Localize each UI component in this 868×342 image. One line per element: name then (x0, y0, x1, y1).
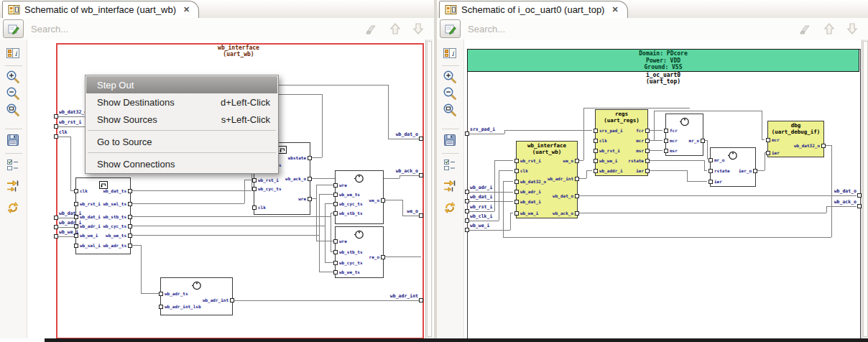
pin[interactable] (74, 202, 78, 206)
search-input[interactable] (463, 23, 795, 35)
pin[interactable] (645, 129, 650, 133)
port-wb_we_i[interactable]: wb_we_i (59, 229, 78, 235)
port-pin[interactable] (465, 199, 469, 203)
pin[interactable] (128, 189, 132, 193)
port-srx_pad_i[interactable]: srx_pad_i (470, 126, 495, 132)
pin[interactable] (514, 169, 519, 173)
pin[interactable] (128, 234, 132, 238)
port-wb_we_i[interactable]: wb_we_i (470, 223, 489, 228)
port-wb_ack_o[interactable]: wb_ack_o (359, 168, 418, 174)
pin[interactable] (645, 169, 650, 173)
menu-item-show-destinations[interactable]: Show Destinations d+Left-Click (86, 93, 277, 111)
save-icon[interactable] (443, 133, 458, 149)
port-pin[interactable] (54, 225, 58, 229)
pin[interactable] (575, 194, 579, 198)
pin[interactable] (381, 255, 385, 259)
pin[interactable] (333, 193, 338, 197)
pin[interactable] (252, 178, 257, 182)
port-pin[interactable] (419, 298, 423, 302)
pin[interactable] (708, 180, 713, 184)
zoom-in-icon[interactable] (6, 70, 22, 86)
pin[interactable] (594, 149, 598, 153)
trace-driver-icon[interactable] (443, 179, 458, 195)
close-icon[interactable]: ✕ (611, 5, 618, 14)
pin[interactable] (333, 211, 338, 216)
pin[interactable] (128, 215, 132, 219)
port-wb_rst_i[interactable]: wb_rst_i (470, 204, 492, 210)
port-wb_rst_i[interactable]: wb_rst_i (59, 119, 81, 125)
pin[interactable] (701, 139, 705, 143)
schematic-canvas[interactable]: Domain: PDcorePower: VDDGround: VSSi_oc_… (464, 40, 862, 338)
pin[interactable] (514, 190, 519, 194)
port-wb_adr_i[interactable]: wb_adr_i (59, 220, 81, 226)
zoom-in-icon[interactable] (443, 70, 458, 86)
pin[interactable] (514, 159, 519, 163)
filter-options-icon[interactable] (6, 157, 22, 173)
pin[interactable] (766, 151, 770, 155)
eraser-icon[interactable] (365, 23, 378, 34)
filter-options-icon[interactable] (443, 157, 458, 173)
pin[interactable] (333, 270, 338, 274)
find-previous-icon[interactable] (389, 22, 401, 35)
tab-schematic-wb-interface[interactable]: Schematic of wb_interface (uart_wb) ✕ (2, 1, 199, 18)
pin[interactable] (333, 183, 338, 188)
pin[interactable] (308, 197, 312, 201)
pin[interactable] (159, 292, 163, 296)
pin[interactable] (333, 250, 338, 254)
pin[interactable] (333, 202, 338, 206)
ier-logic-block[interactable]: mr_orstateierier_o (710, 147, 756, 187)
port-pin[interactable] (465, 228, 469, 232)
re-logic-block[interactable]: wrewb_stb_tswb_cyc_tswb_we_tsre_o (335, 226, 384, 278)
close-icon[interactable]: ✕ (183, 5, 190, 14)
scrollbar-thumb[interactable] (863, 41, 868, 337)
tab-schematic-i-oc-uart0[interactable]: Schematic of i_oc_uart0 (uart_top) ✕ (439, 1, 628, 18)
port-wb_ack_o[interactable]: wb_ack_o (798, 199, 857, 205)
search-options-button[interactable] (3, 19, 24, 38)
port-pin[interactable] (54, 114, 58, 119)
pin[interactable] (252, 187, 257, 191)
port-pin[interactable] (54, 134, 58, 139)
pin[interactable] (594, 129, 598, 133)
pin[interactable] (645, 149, 650, 153)
pin[interactable] (74, 244, 78, 248)
vertical-scrollbar[interactable] (862, 40, 868, 338)
wb-interface-block[interactable]: wb_interface(uart_wb)wb_rst_iclkwb_dat32… (516, 141, 578, 218)
port-wb_adr_i[interactable]: wb_adr_i (470, 185, 492, 190)
reload-icon[interactable] (6, 200, 22, 216)
pin[interactable] (645, 159, 650, 163)
vertical-scrollbar[interactable] (425, 40, 433, 338)
port-pin[interactable] (54, 124, 58, 129)
pin[interactable] (333, 239, 338, 244)
port-wb_dat_i[interactable]: wb_dat_i (470, 194, 492, 200)
port-wb_dat_i[interactable]: wb_dat_i (59, 211, 81, 216)
port-pin[interactable] (465, 209, 469, 213)
pin[interactable] (645, 139, 650, 143)
port-pin[interactable] (419, 137, 423, 141)
port-pin[interactable] (465, 131, 469, 136)
properties-icon[interactable]: i (6, 47, 22, 63)
pin[interactable] (128, 202, 132, 206)
menu-item-go-to-source[interactable]: Go to Source (86, 133, 277, 150)
eraser-icon[interactable] (799, 23, 812, 34)
reg-bank-block[interactable]: clkwb_rst_iwb_dat_iwb_adr_iwb_we_iwb_sel… (75, 177, 131, 254)
zoom-out-icon[interactable] (6, 86, 22, 102)
menu-item-step-out[interactable]: Step Out (86, 76, 277, 93)
we-logic-block[interactable]: wrewb_we_tswb_cyc_tswb_stb_tswe_o (335, 170, 384, 224)
zoom-fit-icon[interactable] (6, 103, 22, 119)
scrollbar-thumb[interactable] (427, 41, 432, 337)
pin[interactable] (766, 138, 770, 142)
port-pin[interactable] (857, 204, 862, 208)
pin[interactable] (575, 159, 579, 163)
pin[interactable] (708, 158, 713, 162)
pin[interactable] (594, 159, 598, 163)
port-pin[interactable] (54, 234, 58, 239)
zoom-fit-icon[interactable] (443, 103, 458, 119)
port-wb_dat32_o[interactable]: wb_dat32_o (59, 109, 87, 115)
pin[interactable] (128, 224, 132, 228)
dbg-block[interactable]: dbg(uart_debug_if)mcrierwb_dat32_o (767, 121, 824, 157)
port-wb_clk_i[interactable]: wb_clk_i (470, 213, 492, 219)
pin[interactable] (252, 205, 257, 210)
port-pin[interactable] (857, 193, 862, 198)
pin[interactable] (594, 139, 598, 143)
save-icon[interactable] (6, 133, 22, 149)
